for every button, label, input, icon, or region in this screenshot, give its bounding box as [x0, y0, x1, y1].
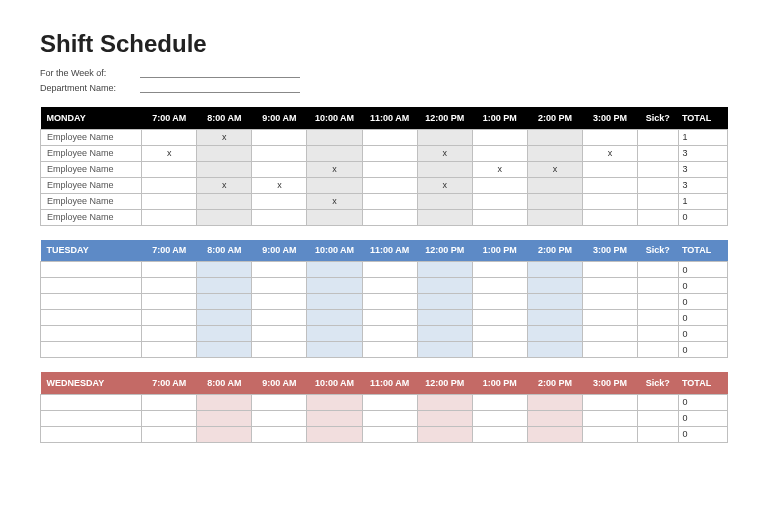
shift-cell[interactable] — [197, 145, 252, 161]
shift-cell[interactable] — [362, 193, 417, 209]
shift-cell[interactable] — [197, 310, 252, 326]
employee-name-cell[interactable] — [41, 410, 142, 426]
shift-cell[interactable] — [417, 326, 472, 342]
shift-cell[interactable] — [527, 410, 582, 426]
shift-cell[interactable] — [252, 129, 307, 145]
shift-cell[interactable] — [197, 161, 252, 177]
shift-cell[interactable] — [142, 426, 197, 442]
shift-cell[interactable] — [362, 278, 417, 294]
dept-value[interactable] — [140, 81, 300, 93]
shift-cell[interactable] — [417, 310, 472, 326]
shift-cell[interactable] — [197, 342, 252, 358]
sick-cell[interactable] — [638, 426, 678, 442]
sick-cell[interactable] — [638, 177, 678, 193]
shift-cell[interactable] — [362, 294, 417, 310]
shift-cell[interactable] — [417, 161, 472, 177]
shift-cell[interactable] — [252, 310, 307, 326]
shift-cell[interactable] — [582, 326, 637, 342]
shift-cell[interactable]: x — [417, 177, 472, 193]
week-of-value[interactable] — [140, 66, 300, 78]
shift-cell[interactable] — [252, 426, 307, 442]
shift-cell[interactable] — [362, 342, 417, 358]
sick-cell[interactable] — [638, 310, 678, 326]
shift-cell[interactable] — [362, 177, 417, 193]
shift-cell[interactable] — [252, 262, 307, 278]
shift-cell[interactable]: x — [417, 145, 472, 161]
shift-cell[interactable] — [142, 209, 197, 225]
employee-name-cell[interactable] — [41, 342, 142, 358]
shift-cell[interactable] — [417, 342, 472, 358]
shift-cell[interactable] — [142, 410, 197, 426]
shift-cell[interactable] — [307, 145, 362, 161]
shift-cell[interactable] — [142, 310, 197, 326]
sick-cell[interactable] — [638, 342, 678, 358]
shift-cell[interactable] — [417, 262, 472, 278]
shift-cell[interactable] — [527, 310, 582, 326]
shift-cell[interactable] — [307, 310, 362, 326]
employee-name-cell[interactable] — [41, 262, 142, 278]
employee-name-cell[interactable]: Employee Name — [41, 209, 142, 225]
shift-cell[interactable] — [527, 294, 582, 310]
shift-cell[interactable] — [527, 193, 582, 209]
shift-cell[interactable] — [197, 209, 252, 225]
shift-cell[interactable] — [362, 145, 417, 161]
shift-cell[interactable] — [252, 209, 307, 225]
shift-cell[interactable] — [252, 342, 307, 358]
shift-cell[interactable] — [362, 310, 417, 326]
shift-cell[interactable] — [472, 342, 527, 358]
shift-cell[interactable] — [362, 161, 417, 177]
shift-cell[interactable] — [472, 209, 527, 225]
shift-cell[interactable]: x — [307, 193, 362, 209]
shift-cell[interactable] — [197, 193, 252, 209]
shift-cell[interactable] — [307, 410, 362, 426]
shift-cell[interactable] — [472, 294, 527, 310]
shift-cell[interactable] — [472, 129, 527, 145]
sick-cell[interactable] — [638, 193, 678, 209]
shift-cell[interactable] — [417, 426, 472, 442]
shift-cell[interactable] — [527, 262, 582, 278]
shift-cell[interactable] — [527, 278, 582, 294]
shift-cell[interactable] — [362, 262, 417, 278]
shift-cell[interactable] — [252, 278, 307, 294]
shift-cell[interactable] — [197, 410, 252, 426]
shift-cell[interactable] — [527, 209, 582, 225]
shift-cell[interactable] — [142, 193, 197, 209]
shift-cell[interactable] — [197, 426, 252, 442]
shift-cell[interactable] — [142, 394, 197, 410]
sick-cell[interactable] — [638, 410, 678, 426]
shift-cell[interactable] — [472, 177, 527, 193]
shift-cell[interactable] — [472, 262, 527, 278]
shift-cell[interactable] — [582, 177, 637, 193]
shift-cell[interactable] — [142, 161, 197, 177]
shift-cell[interactable] — [527, 145, 582, 161]
shift-cell[interactable] — [197, 262, 252, 278]
shift-cell[interactable] — [582, 426, 637, 442]
employee-name-cell[interactable]: Employee Name — [41, 193, 142, 209]
employee-name-cell[interactable] — [41, 394, 142, 410]
shift-cell[interactable] — [307, 177, 362, 193]
shift-cell[interactable] — [362, 326, 417, 342]
shift-cell[interactable] — [307, 342, 362, 358]
shift-cell[interactable] — [472, 193, 527, 209]
shift-cell[interactable] — [472, 310, 527, 326]
employee-name-cell[interactable] — [41, 326, 142, 342]
sick-cell[interactable] — [638, 278, 678, 294]
shift-cell[interactable] — [582, 394, 637, 410]
shift-cell[interactable] — [472, 410, 527, 426]
sick-cell[interactable] — [638, 161, 678, 177]
employee-name-cell[interactable]: Employee Name — [41, 161, 142, 177]
shift-cell[interactable] — [142, 326, 197, 342]
shift-cell[interactable] — [417, 209, 472, 225]
shift-cell[interactable] — [582, 278, 637, 294]
shift-cell[interactable] — [252, 193, 307, 209]
shift-cell[interactable] — [417, 278, 472, 294]
shift-cell[interactable] — [197, 394, 252, 410]
shift-cell[interactable] — [362, 426, 417, 442]
shift-cell[interactable] — [307, 426, 362, 442]
shift-cell[interactable]: x — [142, 145, 197, 161]
shift-cell[interactable] — [472, 145, 527, 161]
shift-cell[interactable] — [307, 394, 362, 410]
shift-cell[interactable] — [527, 326, 582, 342]
shift-cell[interactable] — [197, 278, 252, 294]
shift-cell[interactable] — [252, 161, 307, 177]
